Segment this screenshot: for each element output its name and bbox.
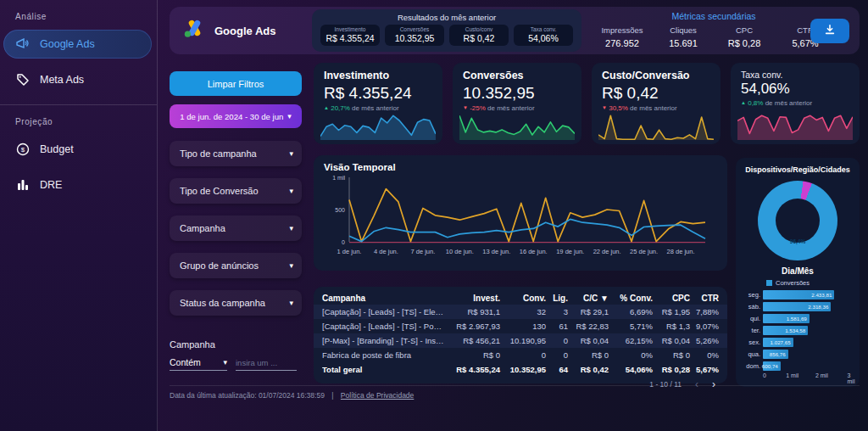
sidebar-item-dre[interactable]: DRE (3, 171, 152, 199)
bar[interactable]: 856,76 (763, 350, 788, 359)
search-operator-select[interactable]: Contém ▾ (170, 357, 227, 371)
devices-donut-chart[interactable]: 96,4% (758, 181, 837, 260)
delta-note: de mês anterior (765, 99, 813, 107)
kpi-value: 10.352,95 (463, 84, 571, 103)
filter-dropdown[interactable]: Grupo de anúncios▾ (170, 253, 302, 278)
result-mini-card: Taxa conv.54,06% (514, 25, 573, 46)
filter-dropdown-label: Status da campanha (180, 298, 265, 308)
bar[interactable]: 600,74 (763, 361, 781, 371)
table-cell: R$ 1,3 (653, 322, 690, 331)
table-header-row: CampanhaInvest.Conv.Lig.C/C ▼% Conv.CPCC… (314, 291, 727, 305)
bar-chart-x-axis: 01 mil2 mil3 mil (763, 372, 851, 381)
secondary-metrics-panel: Métricas secundárias ImpressõesCliquesCP… (592, 11, 836, 48)
bar-category-label: qui. (741, 315, 763, 322)
table-cell: [Captação] - [Leads] - [TS] - Postes (322, 322, 449, 331)
table-cell: 0% (609, 350, 653, 360)
download-button[interactable] (810, 19, 849, 43)
table-header-lig[interactable]: Lig. (546, 294, 568, 303)
table-total-cell: 5,67% (690, 365, 719, 374)
day-of-week-bar-chart[interactable]: seg.2.433,81sáb.2.318,36qui.1.581,69ter.… (741, 289, 851, 371)
kpi-card: InvestimentoR$ 4.355,24▲ 20,7% de mês an… (314, 63, 442, 144)
privacy-policy-link[interactable]: Política de Privacidade (341, 391, 414, 400)
svg-text:4 de jun.: 4 de jun. (374, 248, 398, 255)
table-cell: 3 (546, 307, 568, 316)
svg-text:1 de jun.: 1 de jun. (337, 248, 362, 255)
bar-chart-title: Dia/Mês (736, 266, 860, 276)
table-total-row: Total geralR$ 4.355,2410.352,9564R$ 0,42… (314, 362, 727, 376)
bar-x-tick: 3 mil (848, 372, 855, 384)
table-header-campanha[interactable]: Campanha (322, 294, 449, 303)
bar[interactable]: 1.581,69 (763, 314, 810, 323)
table-header-cpc[interactable]: CPC (653, 294, 690, 303)
temporal-chart-card: Visão Temporal 05001 mil1 de jun.4 de ju… (314, 155, 727, 271)
table-cell: R$ 2.967,93 (449, 322, 500, 331)
legend-color-chip (766, 280, 772, 286)
top-header: Google Ads Resultados do mês anterior In… (170, 7, 860, 54)
bar-value-label: 600,74 (762, 363, 781, 369)
sidebar-item-google-ads[interactable]: Google Ads (3, 30, 152, 59)
filter-dropdown[interactable]: Status da campanha▾ (170, 290, 302, 316)
bar[interactable]: 1.534,58 (763, 326, 808, 335)
table-header-ctr[interactable]: CTR (690, 294, 719, 303)
chevron-down-icon: ▾ (289, 224, 293, 232)
svg-text:7 de jun.: 7 de jun. (411, 248, 436, 255)
secondary-metric-value: R$ 0,28 (714, 38, 775, 48)
clear-filters-button[interactable]: Limpar Filtros (170, 71, 302, 96)
bar-x-tick: 2 mil (815, 372, 828, 378)
table-cell: 5,26% (690, 336, 719, 345)
sidebar-item-meta-ads[interactable]: Meta Ads (3, 65, 152, 94)
download-icon (824, 24, 836, 39)
bar-value-label: 2.318,36 (808, 304, 831, 310)
svg-text:0: 0 (342, 239, 345, 245)
megaphone-icon (15, 36, 31, 52)
bar[interactable]: 2.433,81 (763, 290, 834, 299)
sidebar-item-budget[interactable]: $ Budget (3, 135, 152, 164)
bar[interactable]: 2.318,36 (763, 302, 831, 311)
table-row: Fabrica de poste de fibraR$ 000R$ 00%R$ … (314, 348, 727, 362)
table-cell: R$ 0 (653, 350, 690, 360)
table-header-invest[interactable]: Invest. (449, 294, 500, 303)
result-metric-value: R$ 4.355,24 (320, 33, 380, 43)
table-header-conv[interactable]: Conv. (500, 294, 546, 303)
svg-text:28 de jun.: 28 de jun. (667, 248, 695, 255)
svg-text:10 de jun.: 10 de jun. (446, 248, 474, 255)
temporal-line-chart: 05001 mil1 de jun.4 de jun.7 de jun.10 d… (324, 172, 717, 267)
sidebar-item-label: Google Ads (40, 38, 95, 50)
filter-dropdown-label: Grupo de anúncios (180, 260, 259, 271)
bar[interactable]: 1.027,65 (763, 338, 793, 347)
bar-value-label: 1.534,58 (785, 327, 808, 333)
bar-row: dom.600,74 (741, 361, 851, 371)
bar-category-label: sáb. (741, 303, 763, 311)
footer: Data da última atualização: 01/07/2024 1… (170, 385, 860, 400)
date-range-label: 1 de jun. de 2024 - 30 de jun (180, 112, 283, 121)
bar-row: qui.1.581,69 (741, 313, 851, 323)
table-cell: 5,71% (609, 322, 653, 331)
dollar-icon: $ (15, 142, 31, 157)
table-cell: R$ 0 (568, 350, 609, 360)
sidebar-divider (0, 104, 157, 105)
bar-category-label: dom. (741, 362, 763, 370)
bar-track: 1.581,69 (763, 314, 851, 323)
bar-category-label: qua. (741, 350, 763, 358)
filter-dropdown[interactable]: Campanha▾ (170, 216, 302, 241)
result-metric-value: R$ 0,42 (449, 33, 509, 43)
filter-dropdown[interactable]: Tipo de campanha▾ (170, 141, 302, 166)
table-cell: 62,15% (609, 336, 653, 345)
devices-region-card: Dispositivos/Região/Cidades 96,4% Dia/Mê… (736, 158, 860, 387)
date-range-picker[interactable]: 1 de jun. de 2024 - 30 de jun ▾ (170, 104, 302, 128)
table-cell: Fabrica de poste de fibra (322, 350, 449, 360)
search-input[interactable] (236, 358, 297, 371)
bar-track: 1.027,65 (763, 338, 851, 347)
temporal-chart-title: Visão Temporal (324, 162, 717, 172)
bar-chart-icon (15, 177, 31, 193)
filter-dropdown[interactable]: Tipo de Conversão▾ (170, 178, 302, 204)
table-header-conv[interactable]: % Conv. (609, 294, 653, 303)
brand-title: Google Ads (214, 25, 275, 37)
svg-text:16 de jun.: 16 de jun. (520, 248, 548, 255)
bar-category-label: seg. (741, 291, 763, 299)
kpi-sparkline (459, 111, 575, 142)
table-header-cc[interactable]: C/C ▼ (568, 294, 609, 303)
table-cell: 0 (500, 350, 546, 360)
sidebar-item-label: Meta Ads (40, 74, 84, 86)
svg-text:500: 500 (335, 207, 345, 213)
